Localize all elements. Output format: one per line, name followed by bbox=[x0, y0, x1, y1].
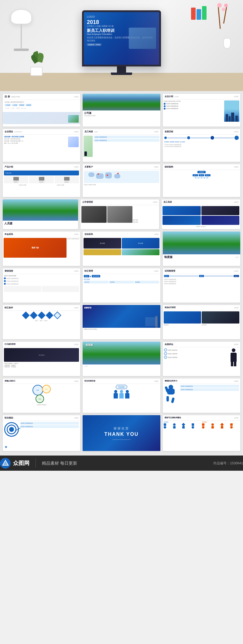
slide-28-planning: 职业规划 LOGO 在此录入您的描 bbox=[2, 415, 80, 451]
slide-12-photos bbox=[162, 205, 240, 226]
slide-7-logo: LOGO bbox=[74, 166, 78, 168]
self-dot2 bbox=[164, 352, 167, 355]
compete-tag2: 在此录入您的描述信息 bbox=[180, 388, 239, 391]
dot2 bbox=[164, 105, 166, 107]
dot1 bbox=[164, 103, 166, 105]
cond1: 条件一 bbox=[35, 320, 39, 321]
slide-16-logo: LOGO bbox=[74, 270, 78, 272]
slide-5-img bbox=[84, 136, 93, 157]
thankyou-chinese: 谢谢欣赏 bbox=[114, 426, 129, 431]
slide-20-bg: 薪酬管理 bbox=[83, 305, 160, 328]
slide-22-content: 管理规范 1. 遵守公司规定，认真办公 2. 着装规范，礼貌待人 3. 团队合作… bbox=[3, 347, 80, 369]
bi8 bbox=[192, 426, 194, 429]
slide-4-en: ENTERPRISE bbox=[14, 131, 22, 133]
step-text1: 在此录入您的描述信息 bbox=[6, 278, 19, 279]
org-top: 管理层 bbox=[164, 171, 239, 173]
product3-img bbox=[64, 177, 70, 181]
slides-row-8: 行为规范管理 LOGO 管理规范 1. 遵守公司规定，认真办公 2. 着装规范，… bbox=[2, 341, 241, 376]
slide-23-overlay: 炼脂篇 bbox=[86, 343, 93, 347]
icons-columns: 蓝色图标 bbox=[164, 421, 239, 429]
slide-16-content: 在此录入您的内容标题 在此录入您的描述信息 在此录入您的描述信息 在此录入您的描… bbox=[3, 274, 80, 293]
product3-name: 在此录入 bbox=[64, 181, 69, 183]
slide-4-sub3: 技术过硬—尽职尽责 联合 胸怀一步 bbox=[4, 140, 79, 142]
slide-29-thankyou: 谢谢欣赏 THANK YOU bbox=[82, 415, 160, 451]
slide-23-footer: LOGO bbox=[83, 364, 160, 368]
lamp-neck bbox=[21, 24, 22, 49]
slide-20-salary: 薪酬管理 薪酬组成说明及管理规定 bbox=[82, 305, 160, 340]
icons-col-blue: 蓝色图标 bbox=[164, 421, 201, 429]
toc-en-3: • 制度篇 bbox=[15, 107, 20, 109]
slide-12-header: 员工风采 LOGO bbox=[162, 199, 240, 205]
act-img2: 摄入标题 bbox=[122, 238, 159, 249]
slide-3-desc: 在此输入您的企业简介文字内容 bbox=[164, 100, 223, 102]
slides-grid: 目 录 DIRECTORY LOGO 在此输入您的组织机构或简介 公司篇 人员篇… bbox=[0, 91, 243, 456]
text2: 在此录入您的描述信息 bbox=[166, 105, 178, 107]
step-dot2 bbox=[4, 280, 6, 282]
slide-5-text: 在此录入您的描述信息 在此录入您的描述信息 bbox=[94, 136, 159, 157]
behavior-img: 管理规范 bbox=[4, 348, 79, 362]
career-people bbox=[114, 390, 129, 398]
slide-18-title: 试用期管理 bbox=[165, 269, 175, 273]
step-row1: 在此录入您的描述信息 bbox=[4, 277, 79, 279]
slide-4-header: 企业理念 ENTERPRISE LOGO bbox=[3, 129, 80, 135]
year2: C4.2008 bbox=[169, 141, 174, 143]
slide-17-transfer: 转正管理 LOGO 转正 转正申请 转正流程 提交申请 bbox=[82, 268, 160, 303]
toc-en-2: • 人员篇 bbox=[10, 107, 15, 109]
thankyou-english: THANK YOU bbox=[104, 432, 139, 437]
monitor-container: LOGO 2018 公司简介/ 人员篇/ 制度篇/ 员工篇 新员工入职培训 Ne… bbox=[82, 10, 161, 75]
slide-11-management: 公司管理层 LOGO 姓名 职位 姓名 职位 bbox=[80, 199, 159, 229]
leg1 bbox=[231, 362, 233, 366]
slide-24-logo: LOGO bbox=[234, 344, 238, 345]
slide-22-behavior: 行为规范管理 LOGO 管理规范 1. 遵守公司规定，认真办公 2. 着装规范，… bbox=[2, 341, 80, 376]
tstep3-text: 批准通过 bbox=[135, 281, 159, 283]
self-item1: 在此录入您的内容 bbox=[164, 348, 228, 351]
slide-14-logo: LOGO bbox=[154, 233, 158, 235]
target-mid bbox=[7, 425, 16, 434]
oi7 bbox=[221, 426, 223, 429]
slide-11-content: 姓名 职位 姓名 职位 bbox=[80, 205, 159, 224]
org-dept2: 部门2 bbox=[199, 174, 204, 176]
career-diagram: 职业目标 bbox=[114, 385, 129, 398]
product3: 在此录入 bbox=[55, 176, 79, 183]
slide-8-content: 在此录入您的客户描述 bbox=[83, 170, 160, 186]
slide-4-concept: 企业理念 ENTERPRISE LOGO 诚信创新—我们的核心价值观 执行力强—… bbox=[2, 129, 80, 162]
slide-7-product: 产品介绍 LOGO 产品介绍 在此录入 在此录入 bbox=[2, 164, 80, 197]
slide-10-hr: 人员篇 LOGO bbox=[2, 199, 78, 229]
circle-diagram: 目标 能力 机会 bbox=[4, 385, 79, 403]
icons-col-orange: 橙色图标 bbox=[202, 421, 239, 429]
slide-17-title: 转正管理 bbox=[84, 269, 93, 273]
slide-4-sub4: 服务一流—人员上流 深场 bbox=[4, 142, 79, 144]
prob-line1 bbox=[170, 276, 198, 276]
self-dot3 bbox=[164, 356, 167, 359]
oi1 bbox=[202, 423, 204, 426]
emp-photo2 bbox=[201, 206, 240, 215]
slide-9-header: 组织架构 LOGO bbox=[163, 164, 240, 170]
slide-9-logo: LOGO bbox=[234, 166, 238, 168]
slide-26-content: 职业目标 bbox=[83, 384, 160, 399]
transfer-tag1: 转正 bbox=[84, 275, 89, 277]
slide-23-training: 炼脂篇 LOGO bbox=[82, 341, 160, 376]
slide-5-header: 员工特质 STAFF LOGO bbox=[83, 129, 160, 135]
toc-item-company: 公司篇 bbox=[5, 104, 11, 106]
slide-6-details: C4.2004 在此录入您的描述信息 C4.2008 在此录入您的描述信息 bbox=[164, 144, 239, 147]
slide-6-history: 发展历程 LOGO C4.2004 C4.200 bbox=[163, 129, 241, 162]
watermark-divider bbox=[36, 459, 36, 468]
oi3 bbox=[220, 423, 224, 426]
dot3 bbox=[164, 108, 166, 110]
oi4 bbox=[230, 423, 233, 426]
step-text2: 在此录入您的描述信息 bbox=[6, 280, 19, 282]
slide-3-header: 企业介绍 企业简介 LOGO bbox=[163, 94, 240, 100]
org-bottom: 组1 组2 组3 组4 组5 bbox=[164, 177, 239, 179]
transfer-top: 转正 转正申请 bbox=[84, 275, 159, 277]
slide-11-title: 公司管理层 bbox=[82, 201, 93, 204]
slide-3-text: 在此输入您的企业简介文字内容 在此录入您的描述信息 在此录入您的描述信息 bbox=[164, 100, 223, 125]
diamond2 bbox=[30, 311, 37, 319]
slide-26-title: 职业发展目标 bbox=[84, 380, 95, 382]
slide-24-content: 在此录入您的内容 在此录入您的内容 在此录入您的内容 bbox=[163, 347, 240, 367]
slide-25-title: 准确认清自己 bbox=[5, 380, 15, 382]
target-icon bbox=[4, 422, 19, 437]
person-body bbox=[231, 353, 237, 362]
slide-28-content: 在此录入您的描述信息 在此录入您的描述信息 bbox=[3, 421, 80, 438]
slide-25-know: 准确认清自己 LOGO 目标 能力 机会 认清自己的优缺点 bbox=[2, 378, 80, 413]
product1-img bbox=[13, 177, 19, 181]
